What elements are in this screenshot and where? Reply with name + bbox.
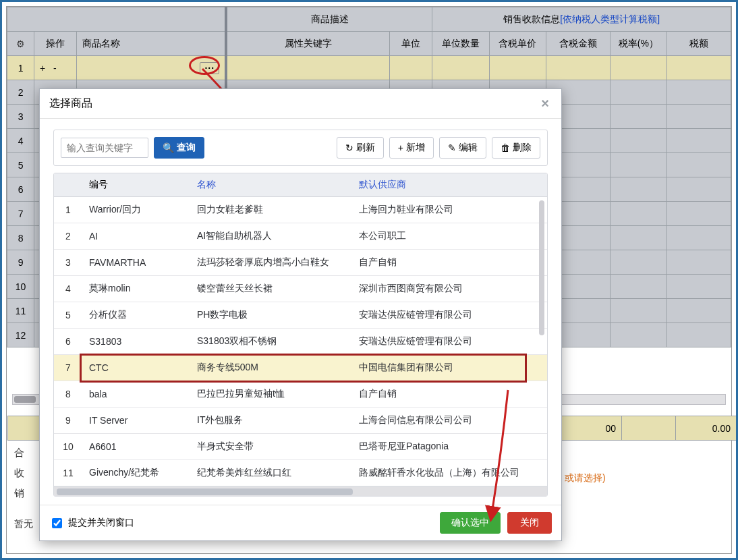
cell-supplier: 深圳市西图商贸有限公司 <box>352 276 547 302</box>
table-row[interactable]: 1Warrior/回力回力女鞋老爹鞋上海回力鞋业有限公司 <box>54 197 547 223</box>
row-index: 9 <box>54 408 82 434</box>
search-input[interactable] <box>61 138 148 158</box>
edit-button[interactable]: ✎编辑 <box>439 137 486 159</box>
query-button-label: 查询 <box>177 142 196 154</box>
row-index: 3 <box>54 250 82 276</box>
product-picker-button[interactable]: ··· <box>200 62 219 74</box>
col-unit: 单位 <box>390 32 432 56</box>
goods-vertical-scrollbar[interactable] <box>539 200 544 335</box>
confirm-select-button[interactable]: 确认选中 <box>440 512 501 534</box>
table-row[interactable]: 7CTC商务专线500M中国电信集团有限公司 <box>54 355 547 381</box>
cell-name: 镂空蕾丝天丝长裙 <box>190 276 352 302</box>
cell-supplier: 自产自销 <box>352 381 547 408</box>
cell-supplier: 路威酩轩香水化妆品（上海）有限公司 <box>352 460 547 486</box>
no-history-label: 暂无 <box>14 518 33 530</box>
cell-name: IT外包服务 <box>190 408 352 434</box>
col-supplier: 默认供应商 <box>352 173 547 197</box>
col-price: 含税单价 <box>489 32 546 56</box>
row-number: 5 <box>7 153 34 177</box>
row-index: 2 <box>54 223 82 250</box>
footer-amount-total: 00 <box>561 416 622 441</box>
row-number: 10 <box>7 275 34 299</box>
row-number: 4 <box>7 129 34 153</box>
add-button[interactable]: +新增 <box>389 137 434 159</box>
row-index: 5 <box>54 302 82 329</box>
row-index: 11 <box>54 460 82 486</box>
cell-name: 半身式安全带 <box>190 434 352 460</box>
col-rate: 税率(%） <box>610 32 666 56</box>
col-qty: 单位数量 <box>432 32 489 56</box>
table-row[interactable]: 8bala巴拉巴拉男童短袖t恤自产自销 <box>54 381 547 408</box>
app-frame: 商品描述 销售收款信息[依纳税人类型计算税额] ⚙ 操作 商品名称 属性关键字 … <box>0 0 738 560</box>
gear-icon[interactable]: ⚙ <box>7 32 34 56</box>
label-receipt: 收 <box>14 463 24 483</box>
refresh-button[interactable]: ↻刷新 <box>337 137 384 159</box>
row-ops[interactable]: + - <box>34 56 77 80</box>
cell-code: AI <box>82 223 190 250</box>
query-button[interactable]: 🔍 查询 <box>154 137 204 159</box>
label-contract: 合 <box>14 443 24 463</box>
cell-code: bala <box>82 381 190 408</box>
table-row[interactable]: 10A6601半身式安全带巴塔哥尼亚Patagonia <box>54 434 547 460</box>
row-index: 4 <box>54 276 82 302</box>
cell-name: 巴拉巴拉男童短袖t恤 <box>190 381 352 408</box>
dialog-close-x[interactable]: × <box>538 96 552 111</box>
table-row[interactable]: 6S31803S31803双相不锈钢安瑞达供应链管理有限公司 <box>54 329 547 355</box>
dialog-toolbar: 🔍 查询 ↻刷新 +新增 ✎编辑 🗑删除 <box>53 130 548 166</box>
row-number: 6 <box>7 177 34 202</box>
col-product-name: 商品名称 <box>77 32 226 56</box>
cell-name: PH数字电极 <box>190 302 352 329</box>
col-attr: 属性关键字 <box>226 32 389 56</box>
submit-and-close-input[interactable] <box>52 518 62 528</box>
table-row[interactable]: 9IT ServerIT外包服务上海合同信息有限公司公司 <box>54 408 547 434</box>
dialog-title: 选择商品 <box>49 96 92 111</box>
cell-supplier: 中国电信集团有限公司 <box>352 355 547 381</box>
row-number: 9 <box>7 250 34 275</box>
close-button[interactable]: 关闭 <box>507 512 552 534</box>
cell-name: 法玛莎轻奢厚底内增高小白鞋女 <box>190 250 352 276</box>
edit-icon: ✎ <box>448 142 456 153</box>
table-row[interactable]: 2AIAI智能自助机器人本公司职工 <box>54 223 547 250</box>
bottom-left-labels: 合 收 销 <box>14 443 24 503</box>
cell-code: IT Server <box>82 408 190 434</box>
row-number: 2 <box>7 80 34 105</box>
cell-supplier: 安瑞达供应链管理有限公司 <box>352 329 547 355</box>
col-amount: 含税金额 <box>546 32 610 56</box>
trash-icon: 🗑 <box>501 142 510 153</box>
row-index: 8 <box>54 381 82 408</box>
table-row[interactable]: 4莫琳molin镂空蕾丝天丝长裙深圳市西图商贸有限公司 <box>54 276 547 302</box>
goods-table: 编号 名称 默认供应商 1Warrior/回力回力女鞋老爹鞋上海回力鞋业有限公司… <box>54 173 547 486</box>
search-icon: 🔍 <box>163 142 174 153</box>
footer-tax-total: 0.00 <box>676 416 737 441</box>
goods-table-wrapper: 编号 名称 默认供应商 1Warrior/回力回力女鞋老爹鞋上海回力鞋业有限公司… <box>53 173 548 497</box>
cell-code: A6601 <box>82 434 190 460</box>
header-group-left: 商品描述 <box>226 7 432 32</box>
header-group-right: 销售收款信息[依纳税人类型计算税额] <box>432 7 731 32</box>
refresh-label: 刷新 <box>356 142 375 154</box>
calc-tax-link[interactable]: [依纳税人类型计算税额] <box>560 13 660 24</box>
cell-code: Warrior/回力 <box>82 197 190 223</box>
col-name: 名称 <box>190 173 352 197</box>
row-number: 11 <box>7 299 34 323</box>
table-row[interactable]: 5分析仪器PH数字电极安瑞达供应链管理有限公司 <box>54 302 547 329</box>
cell-name: AI智能自助机器人 <box>190 223 352 250</box>
col-tax: 税额 <box>667 32 731 56</box>
table-row[interactable]: 11Givenchy/纪梵希纪梵希美炸红丝绒口红路威酩轩香水化妆品（上海）有限公… <box>54 460 547 486</box>
row-number: 1 <box>7 56 34 80</box>
row-number: 12 <box>7 323 34 347</box>
delete-button[interactable]: 🗑删除 <box>492 137 540 159</box>
select-product-dialog: 选择商品 × 🔍 查询 ↻刷新 +新增 ✎编辑 🗑删除 <box>39 88 562 541</box>
cell-code: Givenchy/纪梵希 <box>82 460 190 486</box>
add-label: 新增 <box>406 142 425 154</box>
cell-code: 莫琳molin <box>82 276 190 302</box>
table-row[interactable]: 3FAVMARTHA法玛莎轻奢厚底内增高小白鞋女自产自销 <box>54 250 547 276</box>
row-number: 8 <box>7 226 34 250</box>
cell-name: 商务专线500M <box>190 355 352 381</box>
cell-supplier: 上海回力鞋业有限公司 <box>352 197 547 223</box>
submit-and-close-checkbox[interactable]: 提交并关闭窗口 <box>49 516 134 530</box>
goods-horizontal-scrollbar[interactable] <box>54 486 547 496</box>
cell-code: FAVMARTHA <box>82 250 190 276</box>
row-index: 6 <box>54 329 82 355</box>
grid-row[interactable]: 1+ -··· <box>7 56 731 80</box>
refresh-icon: ↻ <box>345 142 353 153</box>
